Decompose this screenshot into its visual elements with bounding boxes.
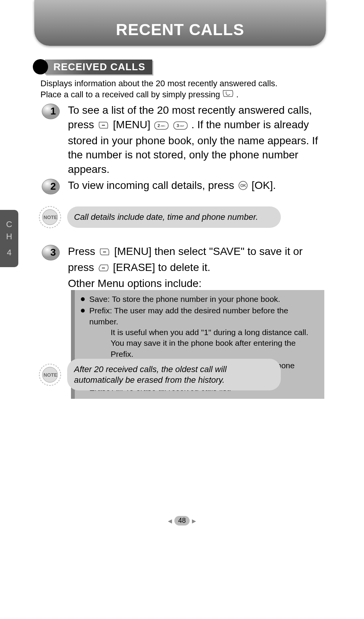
ok-key-icon: OK xyxy=(238,180,248,194)
svg-rect-16 xyxy=(102,268,105,269)
key-3-icon: 3DEF xyxy=(173,119,188,134)
svg-text:ABC: ABC xyxy=(161,125,166,127)
svg-text:NOTE: NOTE xyxy=(43,372,57,378)
page-arrow-right-icon: ▶ xyxy=(192,518,196,524)
svg-rect-1 xyxy=(102,125,105,126)
svg-text:2: 2 xyxy=(158,123,160,128)
note-2: NOTE After 20 received calls, the oldest… xyxy=(38,359,322,390)
bullet-icon xyxy=(33,59,48,74)
page-title: RECENT CALLS xyxy=(116,21,244,39)
page-number-container: ◀ 48 ▶ xyxy=(0,516,364,526)
intro-line-1: Displays information about the 20 most r… xyxy=(40,78,322,89)
section-heading: RECEIVED CALLS xyxy=(33,59,152,74)
option-save: Save: To store the phone number in your … xyxy=(80,294,319,305)
step-1: 1 To see a list of the 20 most recently … xyxy=(41,103,322,177)
softkey-right-icon xyxy=(98,262,109,276)
svg-text:NOTE: NOTE xyxy=(43,214,57,220)
note-1-text: Call details include date, time and phon… xyxy=(67,206,281,228)
chapter-tab: C H 4 xyxy=(0,210,18,267)
svg-rect-15 xyxy=(103,251,106,253)
intro-text: Displays information about the 20 most r… xyxy=(40,78,322,100)
note-2-text: After 20 received calls, the oldest call… xyxy=(67,359,281,390)
svg-text:DEF: DEF xyxy=(180,125,184,127)
step-2: 2 To view incoming call details, press O… xyxy=(41,178,322,195)
call-key-icon xyxy=(222,89,234,100)
step-badge-2: 2 xyxy=(41,178,60,195)
softkey-left-icon xyxy=(98,119,109,134)
step-1-text: To see a list of the 20 most recently an… xyxy=(68,103,322,177)
svg-text:OK: OK xyxy=(240,184,246,188)
chapter-c: C xyxy=(6,219,12,229)
note-1: NOTE Call details include date, time and… xyxy=(38,205,322,229)
key-2-icon: 2ABC xyxy=(154,119,169,134)
chapter-h: H xyxy=(6,232,12,242)
svg-text:3: 3 xyxy=(177,123,179,128)
step-3-text: Press [MENU] then select "SAVE" to save … xyxy=(68,244,322,290)
step-number-1: 1 xyxy=(50,105,56,117)
chapter-number: 4 xyxy=(7,248,11,258)
softkey-left-icon xyxy=(99,246,110,260)
step-3: 3 Press [MENU] then select "SAVE" to sav… xyxy=(41,244,322,290)
note-icon: NOTE xyxy=(38,363,62,387)
option-prefix: Prefix: The user may add the desired num… xyxy=(80,305,319,359)
section-title: RECEIVED CALLS xyxy=(45,60,152,74)
intro-line-2: Place a call to a received call by simpl… xyxy=(40,89,322,100)
step-number-3: 3 xyxy=(50,247,56,258)
page-arrow-left-icon: ◀ xyxy=(168,518,172,524)
page-number: 48 xyxy=(174,516,190,526)
note-icon: NOTE xyxy=(38,205,62,229)
step-badge-3: 3 xyxy=(41,244,60,261)
step-2-text: To view incoming call details, press OK … xyxy=(68,178,322,194)
page-header: RECENT CALLS xyxy=(34,0,326,46)
step-badge-1: 1 xyxy=(41,103,60,120)
step-number-2: 2 xyxy=(50,181,56,192)
